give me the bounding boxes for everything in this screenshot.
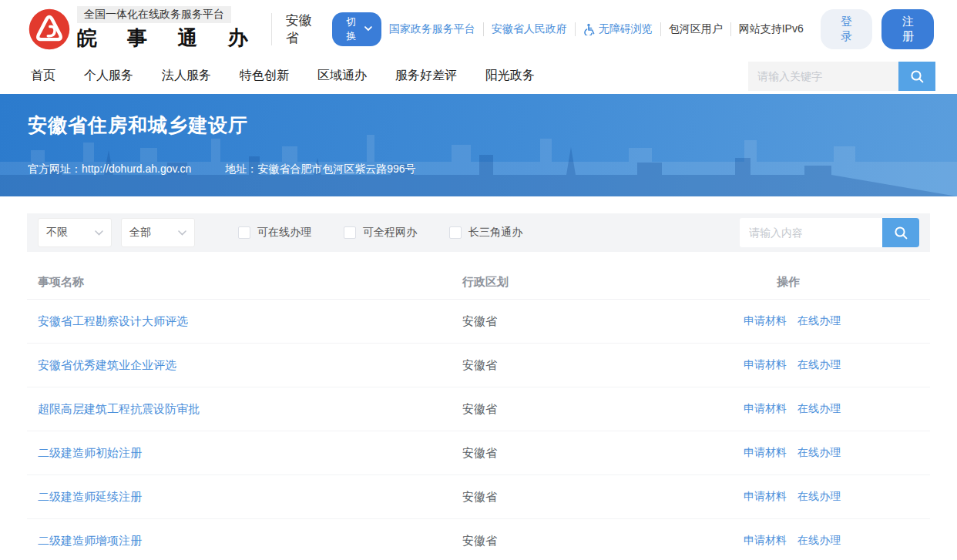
link-district-user[interactable]: 包河区用户 bbox=[661, 22, 731, 36]
filter-checkboxes: 可在线办理 可全程网办 长三角通办 bbox=[238, 226, 522, 240]
chevron-down-icon bbox=[364, 26, 372, 32]
col-header-region: 行政区划 bbox=[462, 275, 744, 290]
type-filter-select[interactable]: 全部 bbox=[121, 218, 195, 247]
checkbox-box[interactable] bbox=[449, 226, 462, 239]
materials-link[interactable]: 申请材料 bbox=[744, 446, 787, 460]
department-banner: 安徽省住房和城乡建设厅 官方网址：http://dohurd.ah.gov.cn… bbox=[0, 94, 957, 196]
region-filter-select[interactable]: 不限 bbox=[38, 218, 112, 247]
top-links: 国家政务服务平台 安徽省人民政府 无障碍浏览 包河区用户 网站支持IPv6 bbox=[381, 22, 811, 36]
login-button[interactable]: 登录 bbox=[821, 9, 873, 49]
region-switch-label: 切换 bbox=[341, 15, 361, 43]
link-provincial-government[interactable]: 安徽省人民政府 bbox=[484, 22, 576, 36]
materials-link[interactable]: 申请材料 bbox=[744, 402, 787, 416]
nav-item[interactable]: 特色创新 bbox=[240, 68, 289, 84]
nav-item[interactable]: 首页 bbox=[31, 68, 55, 84]
brand-tagline: 全国一体化在线政务服务平台 bbox=[77, 6, 231, 23]
keyword-search-input[interactable] bbox=[748, 62, 898, 91]
service-region: 安徽省 bbox=[462, 490, 744, 505]
region-filter-value: 不限 bbox=[46, 226, 68, 240]
service-item-link[interactable]: 安徽省优秀建筑业企业评选 bbox=[38, 358, 462, 373]
filter-checkbox[interactable]: 长三角通办 bbox=[449, 226, 522, 240]
search-icon bbox=[909, 69, 925, 84]
checkbox-box[interactable] bbox=[238, 226, 250, 239]
table-row: 二级建造师延续注册 安徽省 申请材料 在线办理 bbox=[27, 475, 930, 519]
online-handle-link[interactable]: 在线办理 bbox=[798, 402, 841, 416]
site-logo-icon bbox=[28, 8, 71, 51]
nav-item[interactable]: 服务好差评 bbox=[395, 68, 457, 84]
services-table: 事项名称 行政区划 操作 安徽省工程勘察设计大师评选 安徽省 申请材料 在线办理… bbox=[27, 266, 930, 560]
table-row: 安徽省工程勘察设计大师评选 安徽省 申请材料 在线办理 bbox=[27, 300, 930, 344]
service-item-link[interactable]: 安徽省工程勘察设计大师评选 bbox=[38, 314, 462, 329]
department-title: 安徽省住房和城乡建设厅 bbox=[28, 112, 957, 138]
checkbox-box[interactable] bbox=[344, 226, 356, 239]
search-icon bbox=[893, 225, 908, 240]
checkbox-label: 长三角通办 bbox=[468, 226, 522, 240]
online-handle-link[interactable]: 在线办理 bbox=[798, 314, 841, 328]
main-nav: 首页 个人服务 法人服务 特色创新 区域通办 服务好差评 阳光政务 bbox=[0, 58, 957, 94]
keyword-search-button[interactable] bbox=[898, 62, 935, 91]
accessibility-label: 无障碍浏览 bbox=[599, 22, 653, 36]
materials-link[interactable]: 申请材料 bbox=[744, 358, 787, 372]
register-button[interactable]: 注册 bbox=[881, 9, 934, 49]
service-region: 安徽省 bbox=[462, 314, 744, 329]
department-address: 地址：安徽省合肥市包河区紫云路996号 bbox=[225, 163, 415, 176]
service-item-link[interactable]: 超限高层建筑工程抗震设防审批 bbox=[38, 402, 462, 417]
filter-checkbox[interactable]: 可在线办理 bbox=[238, 226, 311, 240]
service-region: 安徽省 bbox=[462, 446, 744, 461]
online-handle-link[interactable]: 在线办理 bbox=[798, 358, 841, 372]
link-national-platform[interactable]: 国家政务服务平台 bbox=[381, 22, 484, 36]
table-row: 二级建造师初始注册 安徽省 申请材料 在线办理 bbox=[27, 431, 930, 475]
type-filter-value: 全部 bbox=[129, 226, 151, 240]
link-ipv6[interactable]: 网站支持IPv6 bbox=[731, 22, 811, 36]
table-header-row: 事项名称 行政区划 操作 bbox=[27, 266, 930, 300]
online-handle-link[interactable]: 在线办理 bbox=[798, 490, 841, 504]
col-header-name: 事项名称 bbox=[38, 275, 462, 290]
nav-item[interactable]: 区域通办 bbox=[317, 68, 367, 84]
online-handle-link[interactable]: 在线办理 bbox=[798, 446, 841, 460]
nav-search bbox=[748, 62, 935, 91]
col-header-ops: 操作 bbox=[744, 275, 919, 290]
table-row: 二级建造师增项注册 安徽省 申请材料 在线办理 bbox=[27, 519, 930, 560]
link-accessibility[interactable]: 无障碍浏览 bbox=[576, 22, 661, 36]
materials-link[interactable]: 申请材料 bbox=[744, 490, 787, 504]
service-item-link[interactable]: 二级建造师增项注册 bbox=[38, 534, 462, 548]
wheelchair-icon bbox=[583, 23, 596, 35]
list-search bbox=[740, 218, 919, 247]
chevron-down-icon bbox=[95, 230, 103, 236]
brand-block: 全国一体化在线政务服务平台 皖 事 通 办 bbox=[77, 6, 260, 52]
list-search-input[interactable] bbox=[740, 218, 882, 247]
nav-item[interactable]: 个人服务 bbox=[84, 68, 133, 84]
nav-item[interactable]: 法人服务 bbox=[162, 68, 211, 84]
service-region: 安徽省 bbox=[462, 402, 744, 417]
filter-checkbox[interactable]: 可全程网办 bbox=[344, 226, 417, 240]
table-body: 安徽省工程勘察设计大师评选 安徽省 申请材料 在线办理 安徽省优秀建筑业企业评选… bbox=[27, 300, 930, 560]
online-handle-link[interactable]: 在线办理 bbox=[798, 534, 841, 548]
service-region: 安徽省 bbox=[462, 534, 744, 548]
table-row: 安徽省优秀建筑业企业评选 安徽省 申请材料 在线办理 bbox=[27, 344, 930, 387]
nav-items: 首页 个人服务 法人服务 特色创新 区域通办 服务好差评 阳光政务 bbox=[31, 68, 535, 84]
materials-link[interactable]: 申请材料 bbox=[744, 314, 787, 328]
current-region: 安徽省 bbox=[286, 12, 324, 47]
checkbox-label: 可全程网办 bbox=[363, 226, 417, 240]
chevron-down-icon bbox=[178, 230, 186, 236]
table-row: 超限高层建筑工程抗震设防审批 安徽省 申请材料 在线办理 bbox=[27, 387, 930, 431]
materials-link[interactable]: 申请材料 bbox=[744, 534, 787, 548]
department-website: 官方网址：http://dohurd.ah.gov.cn bbox=[28, 163, 191, 176]
service-item-link[interactable]: 二级建造师延续注册 bbox=[38, 490, 462, 505]
list-search-button[interactable] bbox=[882, 218, 919, 247]
top-bar: 全国一体化在线政务服务平台 皖 事 通 办 安徽省 切换 国家政务服务平台 安徽… bbox=[0, 0, 957, 58]
region-switch-button[interactable]: 切换 bbox=[332, 12, 381, 46]
content: 不限 全部 可在线办理 可全程网办 长三角通办 bbox=[27, 213, 930, 560]
service-region: 安徽省 bbox=[462, 358, 744, 373]
filter-bar: 不限 全部 可在线办理 可全程网办 长三角通办 bbox=[27, 213, 930, 252]
service-item-link[interactable]: 二级建造师初始注册 bbox=[38, 446, 462, 461]
nav-item[interactable]: 阳光政务 bbox=[485, 68, 535, 84]
divider bbox=[271, 13, 272, 45]
checkbox-label: 可在线办理 bbox=[257, 226, 311, 240]
site-name: 皖 事 通 办 bbox=[77, 25, 260, 52]
